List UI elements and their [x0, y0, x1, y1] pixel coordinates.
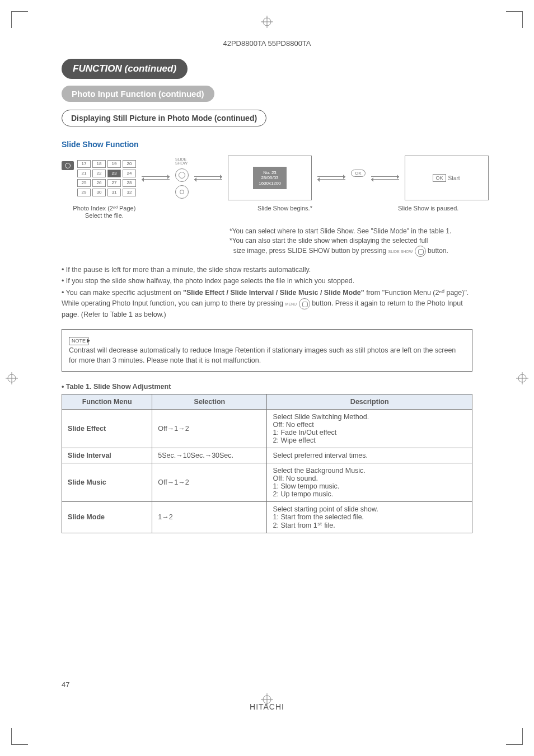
thumb: 26: [92, 179, 106, 187]
slide-paused-block: OK Start: [405, 156, 489, 200]
table-row: Slide Music Off→1→2 Select the Backgroun…: [62, 463, 472, 501]
section-function-title: FUNCTION (continued): [62, 59, 188, 79]
cropmark-tr: [506, 11, 523, 28]
arrow-right-icon: [142, 176, 170, 177]
arrow-left-icon: [317, 179, 345, 180]
menu-label-small: MENU: [285, 302, 297, 306]
table-row: Slide Mode 1→2 Select starting point of …: [62, 501, 472, 533]
thumb: 29: [77, 189, 91, 196]
paused-caption: Slide Show is paused.: [384, 205, 472, 219]
cell-desc: Select starting point of slide show. 1: …: [267, 501, 472, 533]
bullet-list: • If the pause is left for more than a m…: [62, 265, 472, 320]
cell-sel: 1→2: [152, 501, 267, 533]
start-text: Start: [448, 175, 460, 181]
ok-button-icon: OK: [351, 170, 366, 177]
slide-show-label-small: SLIDE SHOW: [388, 250, 413, 253]
content-area: FUNCTION (continued) Photo Input Functio…: [31, 48, 503, 533]
menu-button-inline-icon: [299, 298, 310, 309]
back-button-icon: [175, 185, 189, 199]
thumb: 28: [123, 179, 136, 187]
thumb: 20: [123, 160, 136, 168]
note-box: NOTE Contrast will decrease automaticall…: [62, 329, 472, 372]
thumbnail-grid: 17 18 19 20 21 22 23 24 25 26 27 28 29 3…: [77, 160, 136, 196]
page: 42PD8800TA 55PD8800TA FUNCTION (continue…: [0, 0, 534, 756]
note-tag: NOTE: [69, 337, 88, 345]
table-row: Slide Interval 5Sec.→10Sec.→30Sec. Selec…: [62, 448, 472, 463]
slide-info-no: No. 23: [255, 170, 284, 176]
registration-mark-left: [6, 372, 18, 384]
bullet-1: • If the pause is left for more than a m…: [62, 265, 472, 275]
section-photo-title: Photo Input Function (continued): [62, 86, 214, 102]
side-note-2: *You can also start the slide show when …: [229, 236, 472, 246]
photo-index-caption-2: Select the file.: [62, 212, 147, 219]
thumb: 30: [92, 189, 106, 196]
table-header-row: Function Menu Selection Description: [62, 394, 472, 409]
cell-sel: 5Sec.→10Sec.→30Sec.: [152, 448, 267, 463]
flow-diagram: 17 18 19 20 21 22 23 24 25 26 27 28 29 3…: [62, 156, 472, 200]
camera-icon: [62, 161, 74, 170]
arrow-pair: [371, 176, 399, 180]
arrow-left-icon: [142, 179, 170, 180]
registration-mark-right: [516, 372, 528, 384]
thumb: 32: [123, 189, 136, 196]
th-selection: Selection: [152, 394, 267, 409]
cropmark-br: [506, 728, 523, 745]
slide-show-function-heading: Slide Show Function: [62, 140, 472, 149]
remote-buttons: SLIDE SHOW: [175, 157, 189, 199]
arrow-left-icon: [371, 179, 399, 180]
thumb-selected: 23: [107, 170, 121, 177]
thumb: 17: [77, 160, 91, 168]
photo-index-block: 17 18 19 20 21 22 23 24 25 26 27 28 29 3…: [62, 160, 136, 196]
note-text: Contrast will decrease automatically to …: [69, 346, 456, 364]
thumb: 31: [107, 189, 121, 196]
thumb: 19: [107, 160, 121, 168]
bullet-2: • If you stop the slide show halfway, th…: [62, 276, 472, 287]
photo-index-caption-1: Photo Index (2ⁿᵈ Page): [62, 205, 147, 212]
thumb: 25: [77, 179, 91, 187]
arrow-left-icon: [194, 179, 222, 180]
cell-fn: Slide Effect: [62, 409, 152, 448]
arrow-right-icon: [371, 176, 399, 177]
slide-info-overlay: No. 23 28/05/03 1600x1200: [253, 167, 287, 190]
table-title: • Table 1. Slide Show Adjustment: [62, 383, 472, 391]
side-note-1: *You can select where to start Slide Sho…: [229, 227, 472, 236]
th-description: Description: [267, 394, 472, 409]
cell-desc: Select preferred interval times.: [267, 448, 472, 463]
pause-screen: OK Start: [405, 156, 489, 200]
slide-show-button-label: SLIDE SHOW: [175, 157, 189, 165]
cell-fn: Slide Interval: [62, 448, 152, 463]
slide-info-date: 28/05/03: [255, 175, 284, 181]
thumb: 22: [92, 170, 106, 177]
arrow-right-icon: [317, 176, 345, 177]
begins-caption: Slide Show begins.*: [241, 205, 329, 219]
cell-fn: Slide Music: [62, 463, 152, 501]
thumb: 18: [92, 160, 106, 168]
flow-captions: Photo Index (2ⁿᵈ Page) Select the file. …: [62, 205, 472, 219]
cell-desc: Select the Background Music. Off: No sou…: [267, 463, 472, 501]
cropmark-tl: [11, 11, 28, 28]
thumb: 27: [107, 179, 121, 187]
ok-start-button: OK: [433, 174, 446, 182]
brand-footer: HITACHI: [250, 702, 284, 711]
arrow-pair: [317, 176, 345, 180]
cropmark-bl: [11, 728, 28, 745]
slide-show-button-icon: [175, 168, 189, 182]
cell-sel: Off→1→2: [152, 409, 267, 448]
side-note-3: size image, press SLIDE SHOW button by p…: [229, 246, 472, 257]
table-body: Slide Effect Off→1→2 Select Slide Switch…: [62, 409, 472, 533]
cell-fn: Slide Mode: [62, 501, 152, 533]
th-function-menu: Function Menu: [62, 394, 152, 409]
registration-mark-top: [261, 16, 273, 28]
table-row: Slide Effect Off→1→2 Select Slide Switch…: [62, 409, 472, 448]
bullet-3: • You can make specific adjustment on "S…: [62, 288, 472, 320]
slide-show-button-inline-icon: [415, 246, 426, 257]
page-number: 47: [62, 680, 69, 689]
cell-sel: Off→1→2: [152, 463, 267, 501]
arrow-pair: [142, 176, 170, 180]
section-displaying-title: Displaying Still Picture in Photo Mode (…: [62, 110, 266, 126]
adjustment-table: Function Menu Selection Description Slid…: [62, 394, 472, 533]
thumb: 21: [77, 170, 91, 177]
slide-screen: No. 23 28/05/03 1600x1200: [228, 156, 312, 200]
ok-button-block: OK: [351, 170, 366, 177]
slide-info-res: 1600x1200: [255, 181, 284, 186]
